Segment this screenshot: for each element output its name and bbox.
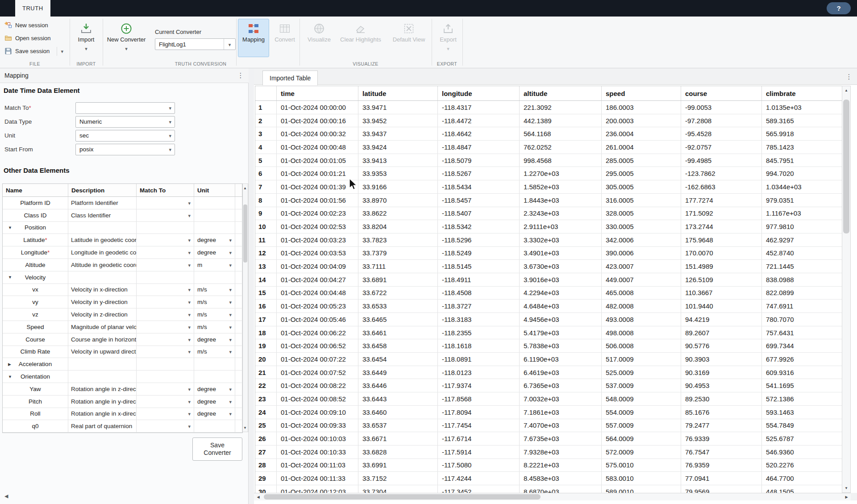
mapping-table-row[interactable]: Course Course angle in horizontal plane …: [3, 333, 242, 346]
unit-combo[interactable]: m: [195, 259, 234, 271]
table-row[interactable]: 22 01-Oct-2024 00:08:22 33.6446 -117.937…: [255, 379, 842, 392]
mapping-table-row[interactable]: ▼ Velocity: [3, 271, 242, 284]
expander-icon[interactable]: ▶: [8, 362, 11, 367]
table-row[interactable]: 18 01-Oct-2024 00:06:22 33.6461 -118.235…: [255, 326, 842, 340]
table-row[interactable]: 15 01-Oct-2024 00:04:48 33.6722 -118.450…: [255, 287, 842, 300]
save-session-dropdown[interactable]: [57, 47, 63, 56]
mapping-table-row[interactable]: ▼ Position: [3, 222, 242, 234]
help-button[interactable]: ?: [827, 2, 851, 14]
field-dropdown[interactable]: [75, 102, 175, 114]
expander-icon[interactable]: ▼: [8, 275, 12, 279]
field-dropdown[interactable]: posix: [75, 144, 175, 155]
table-row[interactable]: 7 01-Oct-2024 00:01:39 33.9166 -118.5434…: [255, 180, 842, 194]
table-row[interactable]: 8 01-Oct-2024 00:01:56 33.8970 -118.5457…: [255, 194, 842, 207]
table-row[interactable]: 14 01-Oct-2024 00:04:27 33.6891 -118.491…: [255, 273, 842, 287]
table-row[interactable]: 9 01-Oct-2024 00:02:23 33.8622 -118.5407…: [255, 207, 842, 221]
table-row[interactable]: 26 01-Oct-2024 00:10:03 33.6671 -117.671…: [255, 432, 842, 446]
vertical-scrollbar[interactable]: [842, 86, 851, 493]
table-row[interactable]: 30 01-Oct-2024 00:12:03 33.7304 -117.345…: [255, 485, 842, 493]
match-to-combo[interactable]: [137, 408, 193, 420]
mapping-table-row[interactable]: Speed Magnitude of planar velocity m/s: [3, 321, 242, 333]
field-dropdown[interactable]: Numeric: [75, 116, 175, 128]
table-row[interactable]: 21 01-Oct-2024 00:07:52 33.6449 -118.012…: [255, 366, 842, 379]
panel-options-icon[interactable]: [237, 71, 244, 79]
mapping-table-row[interactable]: vy Velocity in y-direction m/s: [3, 296, 242, 308]
save-converter-button[interactable]: Save Converter: [192, 437, 242, 461]
table-row[interactable]: 1 01-Oct-2024 00:00:00 33.9471 -118.4317…: [255, 101, 842, 114]
match-to-combo[interactable]: [137, 334, 193, 345]
unit-combo[interactable]: degree: [195, 247, 234, 258]
table-row[interactable]: 17 01-Oct-2024 00:05:46 33.6465 -118.318…: [255, 313, 842, 326]
horizontal-scrollbar[interactable]: [254, 493, 851, 500]
table-row[interactable]: 27 01-Oct-2024 00:10:33 33.6828 -117.591…: [255, 446, 842, 459]
table-row[interactable]: 20 01-Oct-2024 00:07:22 33.6454 -118.089…: [255, 353, 842, 366]
scroll-down-button[interactable]: [842, 484, 850, 492]
mapping-table-row[interactable]: q0 Real part of quaternion: [3, 420, 242, 433]
scroll-up-button[interactable]: [243, 185, 247, 191]
mapping-table-row[interactable]: Class ID Class Identifier: [3, 209, 242, 222]
table-row[interactable]: 25 01-Oct-2024 00:09:33 33.6537 -117.745…: [255, 419, 842, 433]
mapping-table-row[interactable]: ▼ Orientation: [3, 371, 242, 383]
match-to-combo[interactable]: [137, 346, 193, 358]
match-to-combo[interactable]: [137, 421, 193, 432]
table-row[interactable]: 3 01-Oct-2024 00:00:32 33.9437 -118.4642…: [255, 127, 842, 141]
match-to-combo[interactable]: [137, 247, 193, 258]
mapping-table-row[interactable]: Climb Rate Velocity in upward direction …: [3, 346, 242, 358]
new-session-button[interactable]: New session: [0, 19, 67, 32]
current-converter-combo[interactable]: FlightLog1: [155, 38, 236, 50]
unit-combo[interactable]: degree: [195, 334, 234, 345]
table-row[interactable]: 12 01-Oct-2024 00:03:53 33.7379 -118.524…: [255, 247, 842, 260]
table-row[interactable]: 19 01-Oct-2024 00:06:52 33.6458 -118.161…: [255, 339, 842, 353]
save-session-button[interactable]: Save session: [0, 45, 67, 58]
table-row[interactable]: 5 01-Oct-2024 00:01:05 33.9413 -118.5079…: [255, 154, 842, 167]
mapping-button[interactable]: Mapping: [238, 19, 269, 57]
unit-combo[interactable]: m/s: [195, 284, 234, 296]
table-row[interactable]: 11 01-Oct-2024 00:03:23 33.7823 -118.529…: [255, 233, 842, 247]
table-row[interactable]: 2 01-Oct-2024 00:00:16 33.9452 -118.4472…: [255, 114, 842, 128]
table-row[interactable]: 29 01-Oct-2024 00:11:33 33.7152 -117.424…: [255, 472, 842, 485]
match-to-combo[interactable]: [137, 309, 193, 320]
scrollbar-thumb[interactable]: [843, 100, 849, 233]
expander-icon[interactable]: ▼: [8, 225, 12, 230]
match-to-combo[interactable]: [137, 259, 193, 271]
table-row[interactable]: 10 01-Oct-2024 00:02:53 33.8204 -118.534…: [255, 220, 842, 233]
mapping-table-scrollbar[interactable]: [243, 183, 248, 432]
mapping-table-row[interactable]: Longitude* Longitude in geodetic coordin…: [3, 246, 242, 259]
scroll-left-button[interactable]: [254, 493, 262, 500]
unit-combo[interactable]: m/s: [195, 321, 234, 333]
unit-combo[interactable]: m/s: [195, 309, 234, 320]
mapping-table-row[interactable]: Yaw Rotation angle in z-direction degree: [3, 383, 242, 396]
mapping-table-row[interactable]: Latitude* Latitude in geodetic coordinat…: [3, 234, 242, 246]
tab-truth[interactable]: TRUTH: [15, 0, 50, 17]
mapping-table-row[interactable]: vz Velocity in z-direction m/s: [3, 308, 242, 321]
mapping-table-row[interactable]: vx Velocity in x-direction m/s: [3, 284, 242, 296]
scroll-right-button[interactable]: [843, 493, 850, 500]
unit-combo[interactable]: m/s: [195, 346, 234, 358]
match-to-combo[interactable]: [137, 197, 193, 208]
mapping-table-row[interactable]: ▶ Acceleration: [3, 358, 242, 371]
table-row[interactable]: 28 01-Oct-2024 00:11:03 33.6991 -117.508…: [255, 459, 842, 472]
expander-icon[interactable]: ▼: [8, 375, 12, 379]
unit-combo[interactable]: degree: [195, 383, 234, 395]
table-row[interactable]: 4 01-Oct-2024 00:00:48 33.9424 -118.4847…: [255, 141, 842, 154]
table-row[interactable]: 13 01-Oct-2024 00:04:09 33.7111 -118.514…: [255, 260, 842, 273]
scroll-up-button[interactable]: [842, 87, 850, 94]
unit-combo[interactable]: m/s: [195, 296, 234, 308]
mapping-table-row[interactable]: Pitch Rotation angle in y-direction degr…: [3, 396, 242, 408]
unit-combo[interactable]: degree: [195, 396, 234, 407]
table-row[interactable]: 23 01-Oct-2024 00:08:52 33.6443 -117.856…: [255, 392, 842, 406]
tab-imported-table[interactable]: Imported Table: [262, 71, 318, 85]
mapping-table-row[interactable]: Roll Rotation angle in x-direction degre…: [3, 408, 242, 421]
match-to-combo[interactable]: [137, 383, 193, 395]
current-converter-dropdown[interactable]: [224, 39, 235, 50]
mapping-table-row[interactable]: Altitude Altitude in geodetic coordinate…: [3, 259, 242, 271]
table-row[interactable]: 6 01-Oct-2024 00:01:21 33.9353 -118.5267…: [255, 167, 842, 180]
field-dropdown[interactable]: sec: [75, 130, 175, 142]
unit-combo[interactable]: degree: [195, 408, 234, 420]
match-to-combo[interactable]: [137, 284, 193, 296]
import-button[interactable]: Import: [70, 19, 103, 57]
unit-combo[interactable]: degree: [195, 234, 234, 246]
scrollbar-thumb[interactable]: [264, 494, 541, 500]
table-row[interactable]: 16 01-Oct-2024 00:05:23 33.6533 -118.372…: [255, 300, 842, 313]
table-row[interactable]: 24 01-Oct-2024 00:09:10 33.6460 -117.809…: [255, 406, 842, 419]
